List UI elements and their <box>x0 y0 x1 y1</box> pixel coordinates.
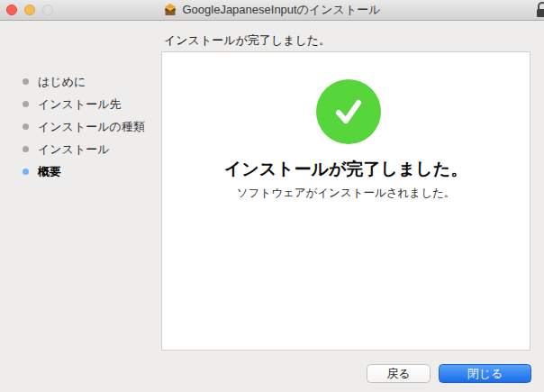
step-bullet-icon-active <box>23 169 29 175</box>
sidebar-item-label: インストールの種類 <box>38 119 145 135</box>
step-bullet-icon <box>23 146 29 152</box>
success-submessage: ソフトウェアがインストールされました。 <box>162 186 530 201</box>
lock-icon[interactable] <box>534 1 544 19</box>
step-bullet-icon <box>23 78 29 85</box>
sidebar-item-label: はじめに <box>38 74 86 90</box>
green-checkmark-circle-icon <box>316 79 381 144</box>
installer-steps-sidebar: はじめに インストール先 インストールの種類 インストール 概要 <box>23 70 158 183</box>
step-bullet-icon <box>23 123 29 130</box>
sidebar-item-installation-type: インストールの種類 <box>23 115 158 138</box>
sidebar-item-label: 概要 <box>38 164 61 180</box>
sidebar-item-introduction: はじめに <box>23 70 158 93</box>
installer-package-icon <box>163 3 177 17</box>
sidebar-item-label: インストール <box>38 141 110 158</box>
sidebar-item-label: インストール先 <box>38 96 122 113</box>
summary-pane: インストールが完了しました。 ソフトウェアがインストールされました。 <box>161 51 530 351</box>
sidebar-item-installation: インストール <box>23 138 158 160</box>
back-button[interactable]: 戻る <box>367 364 431 383</box>
titlebar: GoogleJapaneseInputのインストール <box>0 0 544 21</box>
step-bullet-icon <box>23 101 29 107</box>
sidebar-item-summary: 概要 <box>23 160 158 183</box>
window-title-area: GoogleJapaneseInputのインストール <box>0 0 544 20</box>
installer-window: GoogleJapaneseInputのインストール はじめに インストール先 … <box>0 0 544 392</box>
checkmark-icon <box>329 92 368 132</box>
close-button[interactable]: 閉じる <box>439 364 531 383</box>
sidebar-item-destination: インストール先 <box>23 93 158 115</box>
window-title: GoogleJapaneseInputのインストール <box>182 2 380 18</box>
success-message: インストールが完了しました。 <box>162 158 530 181</box>
pane-title: インストールが完了しました。 <box>164 32 331 49</box>
